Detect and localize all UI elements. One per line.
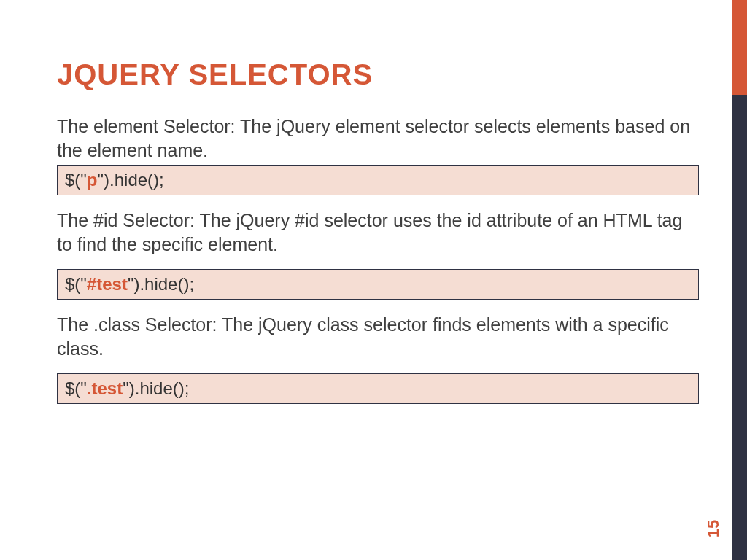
section-text: The .class Selector: The jQuery class se… [57, 313, 699, 360]
code-prefix: $(" [65, 274, 87, 294]
section-class-selector: The .class Selector: The jQuery class se… [57, 313, 699, 404]
code-example: $("p").hide(); [57, 165, 699, 195]
section-id-selector: The #id Selector: The jQuery #id selecto… [57, 209, 699, 300]
code-suffix: ").hide(); [98, 170, 164, 190]
section-element-selector: The element Selector: The jQuery element… [57, 114, 699, 195]
section-text: The #id Selector: The jQuery #id selecto… [57, 209, 699, 256]
accent-bar-top [732, 0, 747, 95]
accent-bar-bottom [732, 95, 747, 560]
code-highlight: .test [87, 378, 123, 398]
code-example: $(".test").hide(); [57, 373, 699, 404]
slide-content: JQUERY SELECTORS The element Selector: T… [57, 58, 699, 417]
code-prefix: $(" [65, 170, 87, 190]
slide: JQUERY SELECTORS The element Selector: T… [0, 0, 747, 560]
page-number: 15 [704, 520, 723, 537]
section-text: The element Selector: The jQuery element… [57, 114, 699, 162]
code-highlight: p [87, 170, 98, 190]
slide-title: JQUERY SELECTORS [57, 58, 699, 91]
code-highlight: #test [87, 274, 128, 294]
code-suffix: ").hide(); [123, 378, 189, 398]
code-prefix: $(" [65, 378, 87, 398]
code-suffix: ").hide(); [128, 274, 194, 294]
code-example: $("#test").hide(); [57, 269, 699, 300]
